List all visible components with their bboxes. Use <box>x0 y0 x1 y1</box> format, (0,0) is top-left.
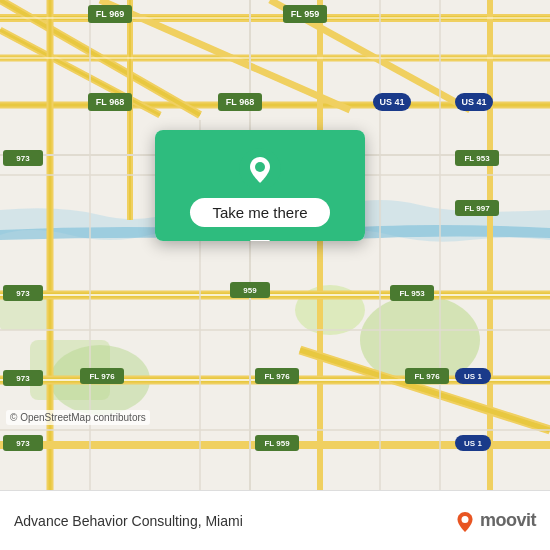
svg-text:FL 959: FL 959 <box>264 439 290 448</box>
svg-text:FL 969: FL 969 <box>96 9 124 19</box>
svg-text:FL 976: FL 976 <box>414 372 440 381</box>
svg-text:FL 976: FL 976 <box>89 372 115 381</box>
svg-text:FL 997: FL 997 <box>464 204 490 213</box>
popup-card: Take me there <box>155 130 365 241</box>
svg-point-85 <box>255 162 265 172</box>
location-pin-icon <box>239 148 281 190</box>
map-attribution: © OpenStreetMap contributors <box>6 410 150 425</box>
popup-tail <box>250 240 270 241</box>
svg-text:973: 973 <box>16 439 30 448</box>
svg-text:FL 968: FL 968 <box>226 97 254 107</box>
svg-text:973: 973 <box>16 289 30 298</box>
svg-text:US 41: US 41 <box>461 97 486 107</box>
take-me-there-button[interactable]: Take me there <box>190 198 329 227</box>
svg-point-86 <box>461 516 468 523</box>
svg-text:973: 973 <box>16 374 30 383</box>
popup-header: Take me there <box>155 130 365 241</box>
svg-text:US 1: US 1 <box>464 439 482 448</box>
svg-text:959: 959 <box>243 286 257 295</box>
svg-text:FL 959: FL 959 <box>291 9 319 19</box>
svg-text:FL 953: FL 953 <box>399 289 425 298</box>
svg-text:FL 968: FL 968 <box>96 97 124 107</box>
svg-text:US 41: US 41 <box>379 97 404 107</box>
moovit-brand-text: moovit <box>480 510 536 531</box>
svg-text:US 1: US 1 <box>464 372 482 381</box>
svg-text:973: 973 <box>16 154 30 163</box>
svg-text:FL 953: FL 953 <box>464 154 490 163</box>
map-container[interactable]: FL 969 FL 959 FL 968 FL 968 US 41 US 41 … <box>0 0 550 490</box>
moovit-pin-icon <box>454 510 476 532</box>
svg-text:FL 976: FL 976 <box>264 372 290 381</box>
location-title: Advance Behavior Consulting, Miami <box>14 513 243 529</box>
moovit-logo: moovit <box>454 510 536 532</box>
bottom-bar: Advance Behavior Consulting, Miami moovi… <box>0 490 550 550</box>
